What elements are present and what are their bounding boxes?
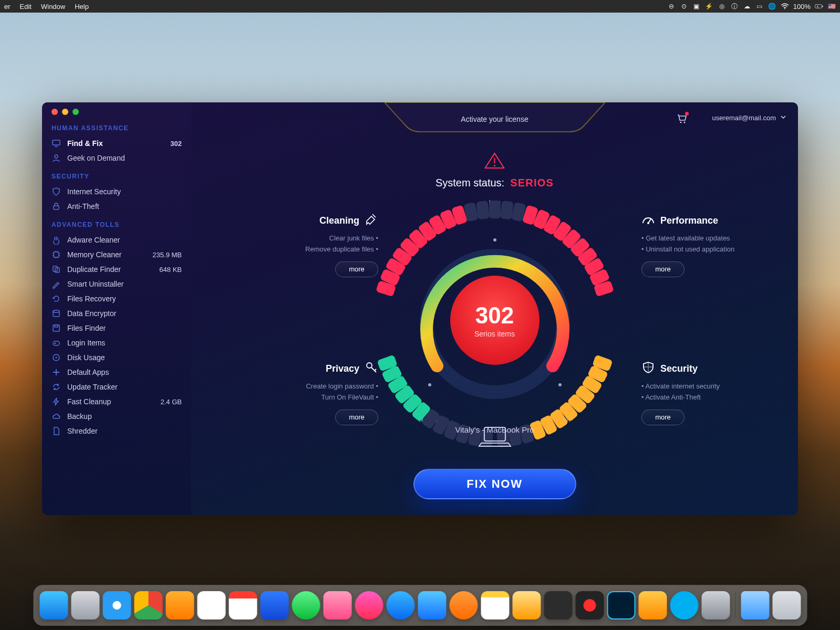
sidebar-item-label: Geek on Demand: [67, 154, 182, 162]
close-button[interactable]: [51, 109, 58, 115]
dock-app-launchpad[interactable]: [71, 591, 99, 620]
sidebar-item-value: 2.4 GB: [161, 398, 182, 406]
svg-point-21: [493, 238, 496, 242]
wifi-icon[interactable]: [781, 2, 789, 10]
display-icon[interactable]: ▭: [755, 2, 764, 10]
dock-app-finder[interactable]: [39, 591, 68, 620]
sidebar-item-label: Anti-Theft: [67, 202, 182, 211]
risk-gauge: Low Normal High: [348, 193, 642, 466]
sidebar-item[interactable]: Disk Usage: [51, 350, 182, 365]
warning-icon: [435, 152, 554, 172]
dock-app-recorder[interactable]: [575, 591, 604, 620]
dock-separator: [735, 592, 735, 618]
svg-rect-35: [476, 201, 489, 219]
card-security: Security Activate internet security Acti…: [641, 361, 778, 425]
dock-app-music[interactable]: [355, 591, 383, 620]
sidebar-section-title: ADVANCED TOLLS: [51, 221, 182, 228]
dock-app-tool[interactable]: [260, 591, 288, 620]
dock-app-mail[interactable]: [418, 591, 446, 620]
sidebar-item[interactable]: Files Finder: [51, 321, 182, 335]
shield-icon: [641, 361, 655, 377]
dock-app-sketch[interactable]: [512, 591, 541, 620]
sidebar-item[interactable]: Update Tracker: [51, 380, 182, 394]
svg-rect-48: [500, 201, 513, 219]
sidebar-item[interactable]: Find & Fix302: [51, 136, 182, 151]
menu-icon[interactable]: ⊙: [680, 2, 688, 10]
bolt-icon: [51, 397, 61, 406]
menu-icon[interactable]: ⊖: [667, 2, 676, 10]
sidebar-item[interactable]: Geek on Demand: [51, 151, 182, 165]
battery-pct: 100%: [793, 3, 811, 10]
card-title: Privacy: [326, 363, 359, 374]
sidebar-item-label: Backup: [67, 412, 182, 421]
dock-app-generic[interactable]: [449, 591, 478, 620]
user-menu[interactable]: useremail@mail.com: [712, 114, 786, 122]
dock-app-folder[interactable]: [741, 591, 769, 620]
cart-button[interactable]: [676, 113, 688, 124]
chip-icon: [51, 250, 61, 259]
sidebar-item[interactable]: Anti-Theft: [51, 199, 182, 214]
activate-license-tab[interactable]: Activate your license: [385, 102, 605, 136]
svg-point-13: [55, 343, 56, 344]
more-button[interactable]: more: [641, 261, 685, 277]
sidebar-item[interactable]: Default Apps: [51, 365, 182, 380]
sidebar-item[interactable]: Files Recovery: [51, 291, 182, 306]
dock-app-notes[interactable]: [481, 591, 509, 620]
dock-app-preferences[interactable]: [701, 591, 730, 620]
info-icon[interactable]: ⓘ: [730, 2, 739, 10]
sidebar-item-label: Login Items: [67, 339, 182, 347]
card-line: Clear junk files: [242, 233, 378, 244]
card-line: Turn On FileVault: [242, 392, 378, 403]
zoom-button[interactable]: [72, 109, 79, 115]
sidebar-item[interactable]: Memory Cleaner235.9 MB: [51, 247, 182, 262]
dock-app-trash[interactable]: [772, 591, 801, 620]
dock-app-figma[interactable]: [544, 591, 572, 620]
menu-icon[interactable]: ▣: [692, 2, 701, 10]
macos-menubar: er Edit Window Help ⊖ ⊙ ▣ ⚡ ◎ ⓘ ☁ ▭ 🌐 10…: [0, 0, 840, 13]
fix-now-button[interactable]: FIX NOW: [413, 469, 576, 499]
cloud-icon[interactable]: ☁: [743, 2, 751, 10]
flag-icon[interactable]: 🇺🇸: [827, 2, 836, 10]
dock-app-messages[interactable]: [292, 591, 320, 620]
menubar-item[interactable]: Help: [75, 3, 89, 10]
svg-point-17: [684, 122, 686, 123]
dock-app-chrome[interactable]: [134, 591, 162, 620]
sidebar-item[interactable]: Fast Cleanup2.4 GB: [51, 394, 182, 409]
bolt-icon[interactable]: ⚡: [705, 2, 713, 10]
sidebar-item[interactable]: Internet Security: [51, 184, 182, 199]
menubar-item[interactable]: er: [4, 3, 11, 10]
card-title: Performance: [660, 215, 718, 226]
more-button[interactable]: more: [641, 410, 685, 425]
dock-app-photos[interactable]: [197, 591, 225, 620]
battery-icon[interactable]: [815, 2, 823, 10]
dock-app-generic[interactable]: [638, 591, 667, 620]
sidebar-item[interactable]: Data Encryptor: [51, 306, 182, 321]
menubar-item[interactable]: Edit: [20, 3, 32, 10]
svg-point-9: [53, 310, 59, 312]
plus-icon: [51, 368, 61, 377]
lock-icon: [51, 202, 61, 211]
dock-app-skype[interactable]: [670, 591, 698, 620]
svg-rect-49: [489, 201, 501, 218]
sidebar-item[interactable]: Duplicate Finder648 KB: [51, 262, 182, 277]
minimize-button[interactable]: [62, 109, 68, 115]
dock-app-calendar[interactable]: [229, 591, 257, 620]
sidebar-item[interactable]: Login Items: [51, 335, 182, 350]
dock-app-books[interactable]: [165, 591, 194, 620]
menubar-item[interactable]: Window: [41, 3, 65, 10]
sidebar-item[interactable]: Smart Uninstaller: [51, 277, 182, 291]
dock-app-generic[interactable]: [323, 591, 351, 620]
dock-app-photoshop[interactable]: [607, 591, 635, 620]
dock-app-appstore[interactable]: [386, 591, 414, 620]
sidebar-item[interactable]: Adware Cleaner: [51, 233, 182, 247]
more-button[interactable]: more: [335, 261, 378, 277]
sidebar-item[interactable]: Shredder: [51, 424, 182, 438]
globe-icon[interactable]: 🌐: [768, 2, 776, 10]
sidebar-item[interactable]: Backup: [51, 409, 182, 424]
pencil-icon: [51, 279, 61, 289]
more-button[interactable]: more: [335, 410, 378, 425]
dock-app-safari[interactable]: [102, 591, 131, 620]
svg-point-76: [647, 222, 649, 224]
gauge-icon: [641, 213, 655, 229]
cc-icon[interactable]: ◎: [718, 2, 726, 10]
